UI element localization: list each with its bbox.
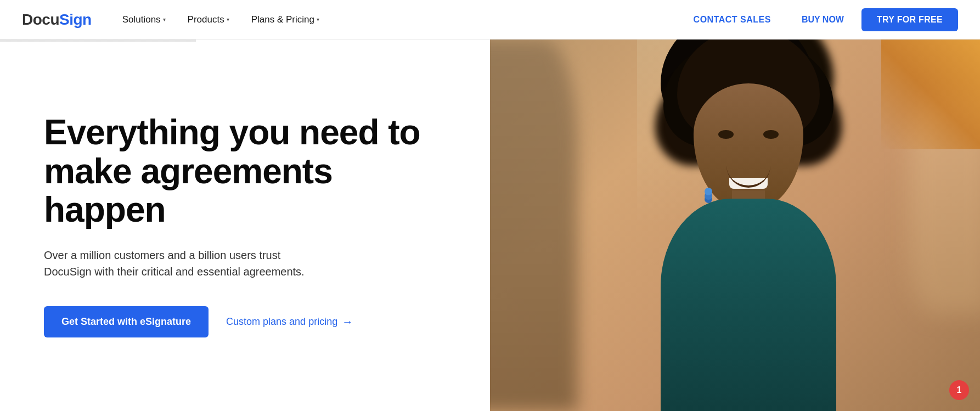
custom-plans-link[interactable]: Custom plans and pricing → bbox=[226, 316, 353, 328]
torso-shape bbox=[661, 199, 836, 411]
nav-links: Solutions ▾ Products ▾ Plans & Pricing ▾ bbox=[114, 10, 680, 30]
logo-docu: Docu bbox=[22, 11, 59, 28]
hero-content: Everything you need to make agreements h… bbox=[0, 40, 490, 411]
earring-left bbox=[705, 188, 712, 195]
get-started-button[interactable]: Get Started with eSignature bbox=[44, 306, 209, 337]
hero-buttons: Get Started with eSignature Custom plans… bbox=[44, 306, 446, 337]
person-face bbox=[617, 40, 880, 411]
products-chevron-icon: ▾ bbox=[227, 16, 229, 22]
nav-products[interactable]: Products ▾ bbox=[179, 10, 238, 30]
eye-left bbox=[718, 130, 734, 139]
solutions-chevron-icon: ▾ bbox=[163, 16, 166, 22]
logo-sign: Sign bbox=[59, 11, 92, 28]
buy-now-button[interactable]: BUY NOW bbox=[788, 9, 857, 30]
hero-heading: Everything you need to make agreements h… bbox=[44, 113, 446, 229]
nav-plans[interactable]: Plans & Pricing ▾ bbox=[243, 10, 328, 30]
navbar: DocuSign Solutions ▾ Products ▾ Plans & … bbox=[0, 0, 980, 40]
notification-badge[interactable]: 1 bbox=[949, 380, 969, 400]
hero-subtext: Over a million customers and a billion u… bbox=[44, 247, 329, 280]
hero-image bbox=[490, 40, 980, 411]
image-background bbox=[490, 40, 980, 411]
nav-solutions[interactable]: Solutions ▾ bbox=[114, 10, 174, 30]
hero-section: Everything you need to make agreements h… bbox=[0, 40, 980, 411]
arrow-icon: → bbox=[342, 316, 353, 328]
photo-container bbox=[490, 40, 980, 411]
eye-right bbox=[763, 130, 779, 139]
try-for-free-button[interactable]: TRY FOR FREE bbox=[861, 8, 958, 31]
plans-chevron-icon: ▾ bbox=[317, 16, 319, 22]
nav-right: CONTACT SALES BUY NOW TRY FOR FREE bbox=[680, 8, 958, 31]
logo[interactable]: DocuSign bbox=[22, 11, 92, 29]
contact-sales-button[interactable]: CONTACT SALES bbox=[680, 9, 784, 30]
